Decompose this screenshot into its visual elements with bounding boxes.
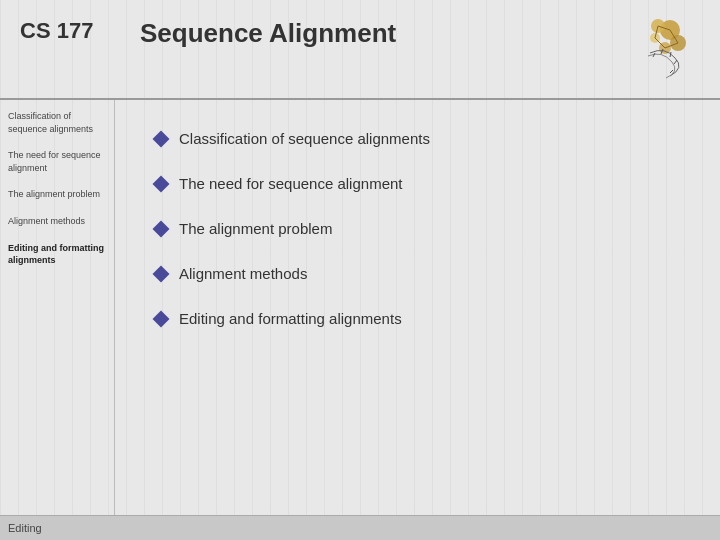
svg-line-14	[670, 70, 673, 73]
svg-line-10	[653, 53, 655, 57]
slide-header: CS 177 Sequence Alignment	[0, 0, 720, 100]
dna-icon	[620, 18, 690, 83]
bullet-diamond-1	[153, 131, 170, 148]
slide-title: Sequence Alignment	[120, 18, 620, 49]
bullet-text-5: Editing and formatting alignments	[179, 310, 402, 327]
bullet-item-2: The need for sequence alignment	[155, 175, 680, 192]
sidebar-item-1[interactable]: Classification of sequence alignments	[8, 110, 106, 135]
sidebar-item-3[interactable]: The alignment problem	[8, 188, 106, 201]
sidebar-item-2[interactable]: The need for sequence alignment	[8, 149, 106, 174]
editing-label: Editing	[8, 522, 42, 534]
bullet-text-4: Alignment methods	[179, 265, 307, 282]
status-bar: Editing	[0, 515, 720, 540]
bullet-item-4: Alignment methods	[155, 265, 680, 282]
bullet-diamond-3	[153, 221, 170, 238]
course-label: CS 177	[20, 18, 120, 44]
bullet-diamond-5	[153, 311, 170, 328]
bullet-text-1: Classification of sequence alignments	[179, 130, 430, 147]
bullet-item-3: The alignment problem	[155, 220, 680, 237]
bullet-text-3: The alignment problem	[179, 220, 332, 237]
logo-area	[620, 18, 700, 88]
content-area: Classification of sequence alignments Th…	[0, 100, 720, 540]
main-content: Classification of sequence alignments Th…	[115, 100, 720, 540]
svg-line-13	[674, 60, 677, 64]
bullet-diamond-2	[153, 176, 170, 193]
slide-container: CS 177 Sequence Alignment	[0, 0, 720, 540]
sidebar: Classification of sequence alignments Th…	[0, 100, 115, 540]
sidebar-item-4[interactable]: Alignment methods	[8, 215, 106, 228]
bullet-item-5: Editing and formatting alignments	[155, 310, 680, 327]
bullet-text-2: The need for sequence alignment	[179, 175, 402, 192]
bullet-item-1: Classification of sequence alignments	[155, 130, 680, 147]
sidebar-item-5[interactable]: Editing and formatting alignments	[8, 242, 106, 267]
svg-line-12	[670, 52, 671, 57]
bullet-diamond-4	[153, 266, 170, 283]
